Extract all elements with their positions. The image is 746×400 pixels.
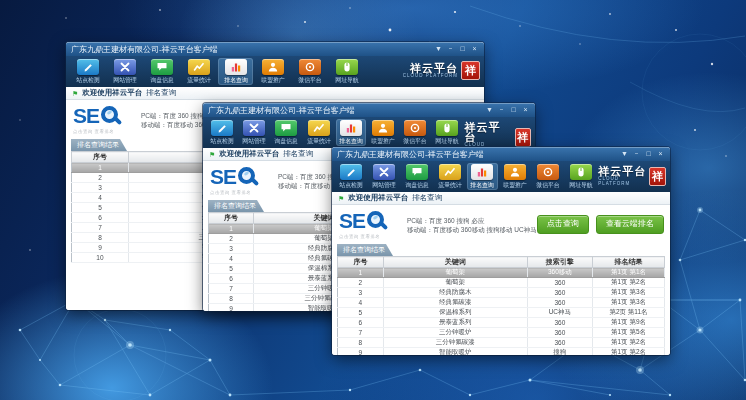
maximize-button[interactable]: □ — [458, 44, 467, 54]
window-menu-button[interactable]: ▼ — [485, 105, 494, 115]
tab-ranking-results[interactable]: 排名查询结果 — [208, 200, 264, 212]
table-row[interactable]: 5保温棉系列UC神马第2页 第11名 — [338, 308, 665, 318]
maximize-button[interactable]: □ — [644, 149, 653, 159]
table-cell: 第1页 第3名 — [593, 298, 665, 308]
toolbar-item-site-check[interactable]: 站点检测 — [70, 58, 105, 85]
breadcrumb-section: 排名查询 — [283, 149, 313, 159]
toolbar-item-label: 流量统计 — [307, 137, 330, 144]
column-header: 关键词 — [383, 257, 527, 268]
magnifier-icon — [100, 105, 122, 127]
window-title-bar[interactable]: 广东九鼎王建材有限公司-祥云平台客户端 ▼ － □ × — [66, 42, 484, 56]
close-button[interactable]: × — [521, 105, 530, 115]
toolbar-item-site-navigation[interactable]: 网址导航 — [432, 119, 462, 146]
tab-ranking-results[interactable]: 排名查询结果 — [71, 139, 127, 151]
toolbar-item-inquiry[interactable]: 询盘信息 — [271, 119, 301, 146]
table-row[interactable]: 9智能取暖炉搜狗第1页 第2名 — [338, 348, 665, 356]
toolbar-item-ranking-query[interactable]: 排名查询 — [467, 163, 498, 190]
close-button[interactable]: × — [470, 44, 479, 54]
table-cell: 第1页 第2名 — [593, 338, 665, 348]
toolbar-item-wechat-platform[interactable]: 微信平台 — [533, 163, 564, 190]
table-cell: 1 — [72, 163, 129, 173]
table-cell: 2 — [72, 173, 129, 183]
table-row[interactable]: 7三分钟暖炉360第1页 第5名 — [338, 328, 665, 338]
flag-icon: ⚑ — [209, 151, 215, 158]
toolbar-item-site-navigation[interactable]: 网址导航 — [565, 163, 596, 190]
table-cell: UC神马 — [527, 308, 592, 318]
toolbar-item-union-promotion[interactable]: 联盟推广 — [500, 163, 531, 190]
toolbar-item-inquiry[interactable]: 询盘信息 — [402, 163, 433, 190]
table-cell: 第2页 第11名 — [593, 308, 665, 318]
table-cell: 360 — [527, 278, 592, 288]
maximize-button[interactable]: □ — [509, 105, 518, 115]
toolbar-item-site-check[interactable]: 站点检测 — [336, 163, 367, 190]
table-cell: 5 — [338, 308, 384, 318]
app-window-front[interactable]: 广东九鼎王建材有限公司-祥云平台客户端 ▼ － □ × 站点检测 网站管理 询盘… — [332, 147, 670, 355]
table-cell: 6 — [209, 274, 254, 284]
traffic-stats-icon — [188, 59, 210, 75]
toolbar-item-site-check[interactable]: 站点检测 — [207, 119, 237, 146]
toolbar-item-site-manage[interactable]: 网站管理 — [107, 58, 142, 85]
table-row[interactable]: 1葡萄架360移动第1页 第1名 — [338, 268, 665, 278]
toolbar-item-ranking-query[interactable]: 排名查询 — [336, 119, 366, 146]
tab-ranking-results[interactable]: 排名查询结果 — [337, 244, 393, 256]
toolbar-item-site-manage[interactable]: 网站管理 — [239, 119, 269, 146]
table-cell: 4 — [72, 193, 129, 203]
minimize-button[interactable]: － — [446, 44, 455, 54]
table-row[interactable]: 6景泰蓝系列360第1页 第9名 — [338, 318, 665, 328]
toolbar-item-union-promotion[interactable]: 联盟推广 — [255, 58, 290, 85]
minimize-button[interactable]: － — [632, 149, 641, 159]
minimize-button[interactable]: － — [497, 105, 506, 115]
table-cell: 保温棉系列 — [383, 308, 527, 318]
site-check-icon — [211, 120, 233, 136]
brand-seal-icon: 祥 — [461, 61, 480, 80]
results-area: 序号关键词搜索引擎排名结果 1葡萄架360移动第1页 第1名2葡萄架360第1页… — [332, 256, 670, 355]
table-row[interactable]: 2葡萄架360第1页 第2名 — [338, 278, 665, 288]
breadcrumb: ⚑ 欢迎使用祥云平台 排名查询 — [332, 192, 670, 205]
window-menu-button[interactable]: ▼ — [620, 149, 629, 159]
table-cell: 5 — [72, 203, 129, 213]
window-menu-button[interactable]: ▼ — [434, 44, 443, 54]
table-cell: 第1页 第3名 — [593, 288, 665, 298]
table-row[interactable]: 8三分钟氟碳漆360第1页 第2名 — [338, 338, 665, 348]
window-title: 广东九鼎王建材有限公司-祥云平台客户端 — [337, 149, 484, 160]
toolbar-item-label: 联盟推广 — [261, 76, 284, 83]
toolbar-item-label: 联盟推广 — [504, 181, 527, 188]
toolbar-item-label: 询盘信息 — [405, 181, 428, 188]
inquiry-message-icon — [406, 164, 428, 180]
ranking-query-icon — [340, 120, 362, 136]
window-title-bar[interactable]: 广东九鼎王建材有限公司-祥云平台客户端 ▼ － □ × — [203, 103, 535, 117]
traffic-stats-icon — [439, 164, 461, 180]
table-cell: 第1页 第9名 — [593, 318, 665, 328]
window-title-bar[interactable]: 广东九鼎王建材有限公司-祥云平台客户端 ▼ － □ × — [332, 147, 670, 161]
toolbar-item-inquiry[interactable]: 询盘信息 — [144, 58, 179, 85]
table-cell: 9 — [209, 304, 254, 312]
query-button[interactable]: 点击查询 — [537, 215, 589, 234]
toolbar-item-label: 网址导航 — [335, 76, 358, 83]
toolbar-item-traffic-stats[interactable]: 流量统计 — [181, 58, 216, 85]
main-toolbar: 站点检测 网站管理 询盘信息 流量统计 排名查询 — [203, 117, 535, 148]
table-row[interactable]: 4经典氟碳漆360第1页 第3名 — [338, 298, 665, 308]
close-button[interactable]: × — [656, 149, 665, 159]
table-cell: 360移动 — [527, 268, 592, 278]
cloud-ranking-button[interactable]: 查看云端排名 — [596, 215, 664, 234]
ranking-query-icon — [471, 164, 493, 180]
toolbar-item-site-manage[interactable]: 网站管理 — [369, 163, 400, 190]
wechat-platform-icon — [404, 120, 426, 136]
table-row[interactable]: 3经典防腐木360第1页 第3名 — [338, 288, 665, 298]
toolbar-item-wechat-platform[interactable]: 微信平台 — [292, 58, 327, 85]
brand-title: 祥云平台 — [410, 63, 458, 73]
window-title: 广东九鼎王建材有限公司-祥云平台客户端 — [208, 105, 355, 116]
engine-list-pc: PC端：百度 360 搜狗 必应 — [407, 216, 537, 225]
toolbar-item-site-navigation[interactable]: 网址导航 — [329, 58, 364, 85]
toolbar-item-wechat-platform[interactable]: 微信平台 — [400, 119, 430, 146]
table-cell: 4 — [209, 254, 254, 264]
toolbar-item-label: 微信平台 — [404, 137, 427, 144]
breadcrumb-welcome: 欢迎使用祥云平台 — [219, 149, 279, 159]
toolbar-item-traffic-stats[interactable]: 流量统计 — [434, 163, 465, 190]
toolbar-item-traffic-stats[interactable]: 流量统计 — [304, 119, 334, 146]
table-cell: 8 — [209, 294, 254, 304]
table-cell: 360 — [527, 288, 592, 298]
toolbar-item-ranking-query[interactable]: 排名查询 — [218, 58, 253, 85]
table-cell: 葡萄架 — [383, 268, 527, 278]
toolbar-item-union-promotion[interactable]: 联盟推广 — [368, 119, 398, 146]
